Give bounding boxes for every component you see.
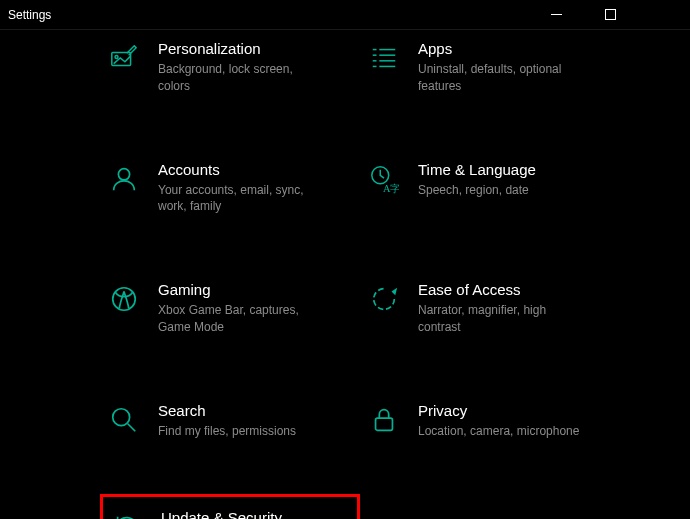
tile-subtitle: Uninstall, defaults, optional features — [418, 61, 588, 95]
titlebar: Settings — [0, 0, 690, 30]
maximize-button[interactable] — [592, 0, 628, 30]
tile-title: Search — [158, 402, 296, 419]
tile-title: Accounts — [158, 161, 328, 178]
svg-point-5 — [115, 56, 118, 59]
tile-privacy[interactable]: Privacy Location, camera, microphone — [360, 398, 620, 452]
window-title: Settings — [8, 8, 538, 22]
tile-subtitle: Location, camera, microphone — [418, 423, 579, 440]
minimize-button[interactable] — [538, 0, 574, 30]
personalization-icon — [108, 42, 140, 74]
tile-apps[interactable]: Apps Uninstall, defaults, optional featu… — [360, 36, 620, 107]
tile-search[interactable]: Search Find my files, permissions — [100, 398, 360, 452]
ease-of-access-icon — [368, 283, 400, 315]
tile-ease-of-access[interactable]: Ease of Access Narrator, magnifier, high… — [360, 277, 620, 348]
tile-gaming[interactable]: Gaming Xbox Game Bar, captures, Game Mod… — [100, 277, 360, 348]
gaming-icon — [108, 283, 140, 315]
tile-title: Privacy — [418, 402, 579, 419]
svg-text:A字: A字 — [383, 183, 399, 194]
accounts-icon — [108, 163, 140, 195]
tile-subtitle: Background, lock screen, colors — [158, 61, 328, 95]
tile-subtitle: Narrator, magnifier, high contrast — [418, 302, 588, 336]
svg-point-14 — [118, 168, 129, 179]
tile-title: Personalization — [158, 40, 328, 57]
svg-rect-21 — [376, 418, 393, 430]
tile-title: Time & Language — [418, 161, 536, 178]
svg-line-20 — [128, 424, 136, 432]
tile-title: Apps — [418, 40, 588, 57]
tile-title: Ease of Access — [418, 281, 588, 298]
tile-title: Update & Security — [161, 509, 331, 519]
apps-icon — [368, 42, 400, 74]
tile-subtitle: Speech, region, date — [418, 182, 536, 199]
svg-point-19 — [113, 409, 130, 426]
tile-update-security[interactable]: Update & Security Windows Update, recove… — [100, 494, 360, 519]
svg-rect-1 — [605, 10, 615, 20]
tile-subtitle: Xbox Game Bar, captures, Game Mode — [158, 302, 328, 336]
svg-point-17 — [113, 288, 136, 311]
tile-subtitle: Find my files, permissions — [158, 423, 296, 440]
tile-title: Gaming — [158, 281, 328, 298]
tile-personalization[interactable]: Personalization Background, lock screen,… — [100, 36, 360, 107]
tile-subtitle: Your accounts, email, sync, work, family — [158, 182, 328, 216]
time-language-icon: A字 — [368, 163, 400, 195]
privacy-icon — [368, 404, 400, 436]
search-icon — [108, 404, 140, 436]
window-controls — [538, 0, 682, 30]
svg-marker-18 — [392, 288, 398, 296]
tile-time-language[interactable]: A字 Time & Language Speech, region, date — [360, 157, 620, 211]
update-security-icon — [111, 511, 143, 519]
tile-accounts[interactable]: Accounts Your accounts, email, sync, wor… — [100, 157, 360, 228]
